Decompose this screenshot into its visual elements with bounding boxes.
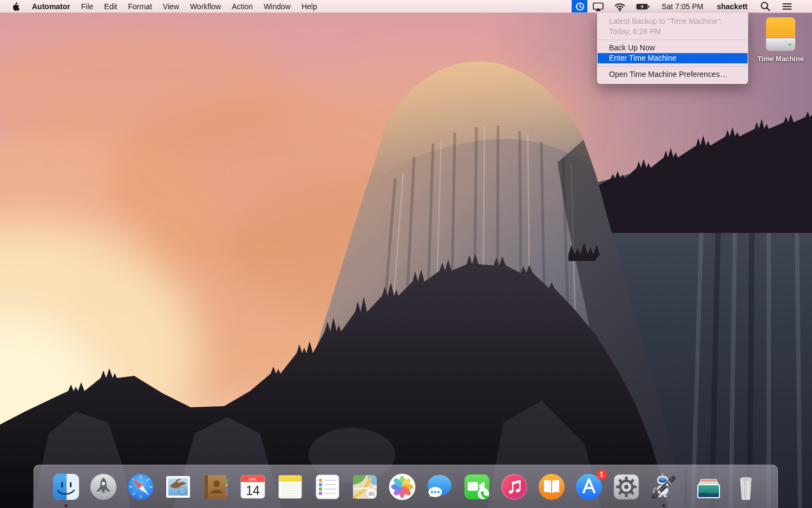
dock-item-calendar[interactable]: JUL 14 [238, 472, 268, 502]
wifi-menu-extra[interactable] [609, 0, 631, 12]
notification-center-icon [781, 1, 793, 12]
dock-item-system-preferences[interactable] [611, 472, 641, 502]
airplay-menu-extra[interactable] [587, 0, 609, 12]
menu-item-latest-backup-line2: Today, 6:28 PM [598, 27, 748, 37]
desktop: Automator File Edit Format View Workflow… [0, 0, 812, 508]
calendar-month: JUL [248, 477, 257, 480]
time-machine-menu-extra[interactable] [572, 0, 587, 12]
dock-item-maps[interactable]: 3D [350, 472, 380, 502]
fast-user-switching-menu[interactable]: shackett [710, 2, 755, 11]
app-menu-automator[interactable]: Automator [27, 2, 76, 11]
menu-separator [598, 40, 748, 40]
menu-format[interactable]: Format [122, 2, 157, 11]
menu-action[interactable]: Action [226, 2, 258, 11]
dock-item-itunes[interactable] [499, 472, 529, 502]
menu-bar-left: Automator File Edit Format View Workflow… [0, 0, 323, 12]
facetime-icon [462, 472, 492, 502]
menu-bar: Automator File Edit Format View Workflow… [0, 0, 812, 13]
menu-bar-clock[interactable]: Sat 7:05 PM [655, 2, 710, 11]
menu-item-latest-backup-line1: Latest Backup to “Time Machine”: [598, 16, 748, 27]
menu-window[interactable]: Window [258, 2, 296, 11]
contacts-icon [200, 472, 231, 502]
notification-center-menu-extra[interactable] [776, 0, 798, 12]
dock-item-notes[interactable] [275, 472, 305, 502]
menu-item-enter-time-machine[interactable]: Enter Time Machine [598, 53, 748, 63]
spotlight-search-icon [759, 1, 771, 12]
desktop-icon-label: Time Machine [756, 55, 806, 63]
menu-edit[interactable]: Edit [99, 2, 122, 11]
menu-item-open-time-machine-preferences[interactable]: Open Time Machine Preferences… [598, 69, 748, 80]
time-machine-icon [574, 1, 586, 12]
finder-icon [51, 472, 81, 502]
app-store-badge: 1 [597, 470, 607, 480]
mail-icon [163, 472, 193, 502]
dock-item-facetime[interactable] [462, 472, 492, 502]
menu-separator [598, 66, 748, 67]
menu-view[interactable]: View [158, 2, 185, 11]
desktop-pictures-stack-icon [693, 472, 724, 502]
calendar-day: 14 [246, 484, 260, 498]
dock-separator [686, 470, 686, 504]
spotlight-menu-extra[interactable] [755, 0, 776, 12]
dock-item-reminders[interactable] [312, 472, 343, 502]
calendar-icon: JUL 14 [238, 472, 268, 502]
running-indicator [64, 504, 67, 507]
photos-icon [387, 472, 417, 502]
trash-icon [731, 472, 761, 502]
dock: JUL 14 [34, 465, 778, 508]
airplay-icon [592, 1, 604, 12]
maps-icon: 3D [350, 472, 380, 502]
battery-charging-icon [636, 1, 650, 12]
system-preferences-icon [611, 472, 641, 502]
menu-help[interactable]: Help [296, 2, 323, 11]
dock-item-ibooks[interactable] [536, 472, 567, 502]
automator-icon [649, 472, 679, 502]
external-drive-icon [764, 16, 797, 53]
messages-icon [424, 472, 455, 502]
dock-item-mail[interactable] [163, 472, 193, 502]
wifi-icon [614, 1, 626, 12]
time-machine-menu: Latest Backup to “Time Machine”: Today, … [597, 12, 748, 84]
reminders-icon [312, 472, 343, 502]
maps-3d-label: 3D [368, 491, 375, 496]
dock-item-app-store[interactable]: 1 [574, 472, 604, 502]
menu-workflow[interactable]: Workflow [185, 2, 226, 11]
running-indicator [662, 504, 665, 507]
dock-item-trash[interactable] [731, 472, 761, 502]
dock-item-photos[interactable] [387, 472, 417, 502]
ibooks-icon [536, 472, 567, 502]
dock-item-automator[interactable] [649, 472, 679, 502]
safari-icon [126, 472, 156, 502]
dock-item-launchpad[interactable] [88, 472, 119, 502]
apple-menu[interactable] [0, 0, 27, 12]
launchpad-icon [88, 472, 119, 502]
itunes-icon [499, 472, 529, 502]
apple-logo-icon [11, 2, 19, 11]
dock-item-safari[interactable] [126, 472, 156, 502]
battery-menu-extra[interactable] [631, 0, 655, 12]
menu-file[interactable]: File [76, 2, 99, 11]
dock-item-finder[interactable] [51, 472, 81, 502]
dock-item-contacts[interactable] [200, 472, 231, 502]
notes-icon [275, 472, 305, 502]
dock-item-desktop-pictures-stack[interactable] [693, 472, 724, 502]
desktop-icon-time-machine[interactable]: Time Machine [756, 16, 806, 63]
menu-bar-status: Sat 7:05 PM shackett [572, 0, 812, 12]
menu-item-back-up-now[interactable]: Back Up Now [598, 43, 748, 53]
dock-item-messages[interactable] [424, 472, 455, 502]
